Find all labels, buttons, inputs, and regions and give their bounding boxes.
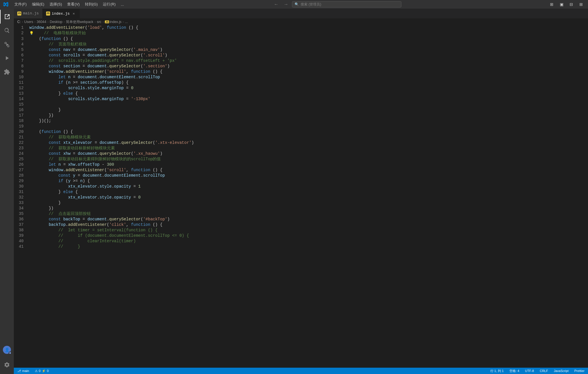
- line-num-17: 17: [14, 113, 28, 118]
- menu-select[interactable]: 选择(S): [47, 1, 64, 8]
- line-content-11: if (n >= section.offsetTop) {: [28, 80, 588, 85]
- line-content-23: // 获取滚动目标新鲜好物模块元素: [28, 146, 588, 151]
- line-content-1: window.addEventListener('load', function…: [28, 25, 588, 30]
- code-line-8: 8 const section = document.querySelector…: [14, 64, 588, 69]
- line-content-8: const section = document.querySelector('…: [28, 64, 588, 69]
- source-control-icon: [4, 41, 10, 47]
- line-content-28: const y = document.documentElement.scrol…: [28, 173, 588, 178]
- status-formatter[interactable]: Prettier: [573, 368, 586, 374]
- code-line-32: 32 xtx_elevator.style.opacity = 0: [14, 195, 588, 200]
- line-content-40: // clearInterval(timer): [28, 238, 588, 244]
- layout-btn-3[interactable]: ⊟: [567, 1, 575, 7]
- encoding-label: UTF-8: [525, 369, 534, 373]
- status-spaces[interactable]: 空格: 4: [508, 368, 520, 374]
- warning-icon: ⚡: [42, 369, 46, 373]
- line-content-12: scrolls.style.marginTop = 0: [28, 85, 588, 91]
- breadcrumb-users[interactable]: Users: [24, 20, 33, 24]
- activity-search[interactable]: [0, 24, 14, 37]
- tab-close-index-js[interactable]: ✕: [71, 11, 76, 16]
- line-num-21: 21: [14, 135, 28, 140]
- code-line-40: 40 // clearInterval(timer): [14, 238, 588, 244]
- code-line-15: 15: [14, 102, 588, 107]
- menu-more[interactable]: ...: [118, 1, 126, 8]
- status-encoding[interactable]: UTF-8: [524, 368, 535, 374]
- line-num-1: 1: [14, 25, 28, 30]
- tab-label-main-js: main.js: [23, 11, 39, 16]
- line-num-34: 34: [14, 206, 28, 211]
- line-content-16: }: [28, 107, 588, 113]
- activity-source-control[interactable]: [0, 37, 14, 51]
- activity-run-debug[interactable]: [0, 51, 14, 65]
- layout-btn-4[interactable]: ⊞: [577, 1, 585, 7]
- status-cursor[interactable]: 行 1, 列 1: [489, 368, 505, 374]
- activity-bar: 👤 1: [0, 9, 14, 374]
- line-content-4: // 页面导航栏模块: [28, 42, 588, 47]
- line-content-31: } else {: [28, 189, 588, 195]
- line-num-11: 11: [14, 80, 28, 85]
- code-line-5: 5 const nav = document.querySelector('.m…: [14, 47, 588, 53]
- line-content-29: if (y >= n) {: [28, 178, 588, 184]
- activity-explorer[interactable]: [0, 10, 14, 24]
- status-errors[interactable]: ⚠ 0 ⚡ 0: [34, 368, 50, 374]
- activity-account[interactable]: 👤 1: [0, 343, 14, 357]
- vscode-logo-icon: [3, 1, 9, 7]
- code-line-20: 20 (function () {: [14, 129, 588, 135]
- breadcrumb-webpack[interactable]: 简单使用webpack: [66, 20, 93, 24]
- menu-goto[interactable]: 转到(G): [83, 1, 100, 8]
- line-content-30: xtx_elevator.style.opacity = 1: [28, 184, 588, 189]
- global-search-bar[interactable]: 🔍 搜索 (管理员): [292, 1, 401, 7]
- line-num-24: 24: [14, 151, 28, 157]
- tab-label-index-js: index.js: [52, 12, 70, 16]
- line-num-5: 5: [14, 47, 28, 53]
- line-content-27: window.addEventListener('scroll', functi…: [28, 167, 588, 173]
- code-line-29: 29 if (y >= n) {: [14, 178, 588, 184]
- line-num-31: 31: [14, 189, 28, 195]
- menu-edit[interactable]: 编辑(E): [30, 1, 47, 8]
- code-line-12: 12 scrolls.style.marginTop = 0: [14, 85, 588, 91]
- menu-file[interactable]: 文件(F): [12, 1, 29, 8]
- run-debug-icon: [4, 55, 10, 61]
- line-num-19: 19: [14, 124, 28, 129]
- line-num-16: 16: [14, 107, 28, 113]
- breadcrumb-36044[interactable]: 36044: [37, 20, 46, 24]
- status-branch[interactable]: ⎇ main: [16, 368, 30, 374]
- breadcrumb-c[interactable]: C:: [17, 20, 21, 24]
- activity-bottom: 👤 1: [0, 343, 14, 374]
- layout-btn-1[interactable]: ⊞: [548, 1, 556, 7]
- line-num-41: 41: [14, 244, 28, 249]
- tab-main-js[interactable]: JS main.js: [14, 9, 43, 18]
- breadcrumb-src[interactable]: src: [97, 20, 101, 24]
- layout-btn-2[interactable]: ▣: [557, 1, 566, 7]
- cursor-position: 行 1, 列 1: [490, 369, 504, 373]
- account-avatar[interactable]: 👤 1: [3, 346, 11, 354]
- branch-name: main: [22, 369, 29, 373]
- code-line-38: 38 // let timer = setInterval(function (…: [14, 228, 588, 233]
- code-line-11: 11 if (n >= section.offsetTop) {: [14, 80, 588, 85]
- line-content-37: backTop.addEventListener('click', functi…: [28, 222, 588, 228]
- line-content-17: }): [28, 113, 588, 118]
- search-icon: [4, 27, 10, 34]
- code-line-9: 9 window.addEventListener('scroll', func…: [14, 69, 588, 75]
- forward-button[interactable]: →: [282, 1, 290, 8]
- titlebar-menu: 文件(F) 编辑(E) 选择(S) 查看(V) 转到(G) 运行(R) ...: [12, 1, 126, 8]
- breadcrumb-desktop[interactable]: Desktop: [50, 20, 62, 24]
- menu-view[interactable]: 查看(V): [65, 1, 82, 8]
- breadcrumb-ellipsis[interactable]: ...: [125, 20, 128, 24]
- code-editor[interactable]: 1 window.addEventListener('load', functi…: [14, 25, 588, 368]
- titlebar: 文件(F) 编辑(E) 选择(S) 查看(V) 转到(G) 运行(R) ... …: [0, 0, 588, 9]
- line-content-24: const xhw = document.querySelector('.xx_…: [28, 151, 588, 157]
- menu-run[interactable]: 运行(R): [100, 1, 118, 8]
- activity-settings[interactable]: [0, 358, 14, 372]
- tab-index-js[interactable]: JS index.js ✕: [43, 9, 80, 18]
- line-content-6: const scrolls = document.querySelector('…: [28, 53, 588, 58]
- line-num-13: 13: [14, 91, 28, 96]
- back-button[interactable]: ←: [272, 1, 280, 8]
- activity-extensions[interactable]: [0, 65, 14, 79]
- code-line-37: 37 backTop.addEventListener('click', fun…: [14, 222, 588, 228]
- line-num-29: 29: [14, 178, 28, 184]
- breadcrumb: C: › Users › 36044 › Desktop › 简单使用webpa…: [14, 19, 588, 25]
- status-eol[interactable]: CRLF: [538, 368, 549, 374]
- code-line-10: 10 let n = document.documentElement.scro…: [14, 75, 588, 80]
- line-content-41: // }: [28, 244, 588, 249]
- status-language[interactable]: JavaScript: [553, 368, 570, 374]
